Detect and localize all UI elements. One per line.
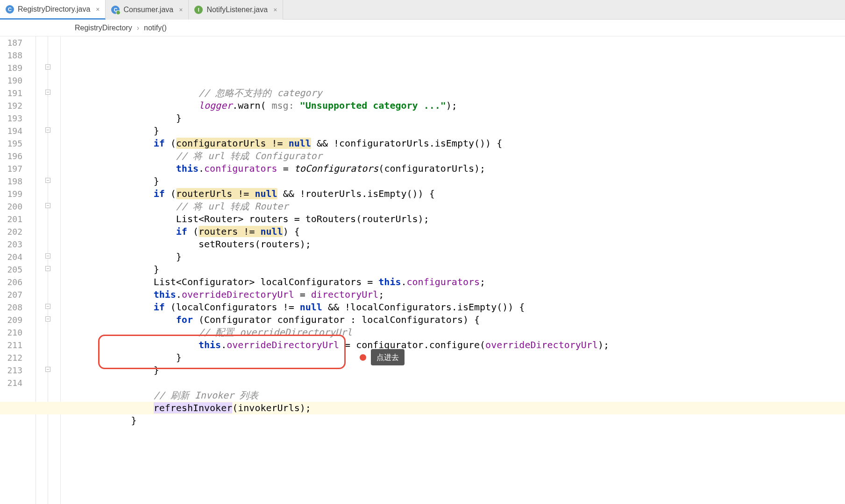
line-number[interactable]: 201: [0, 213, 22, 225]
code-line[interactable]: refreshInvoker(invokerUrls);: [0, 402, 845, 414]
line-number[interactable]: 212: [0, 351, 22, 364]
breadcrumb[interactable]: RegistryDirectory › notify(): [0, 20, 845, 36]
code-line[interactable]: // 将 url 转成 Configurator: [64, 150, 845, 162]
interface-icon: I: [194, 6, 203, 14]
line-number[interactable]: 211: [0, 339, 22, 351]
editor-tabs: C RegistryDirectory.java × C Consumer.ja…: [0, 0, 845, 20]
line-number[interactable]: 210: [0, 326, 22, 339]
code-area[interactable]: 点进去 // 忽略不支持的 category logger.warn( msg:…: [61, 36, 845, 504]
line-number[interactable]: 190: [0, 74, 22, 87]
code-line[interactable]: }: [64, 364, 845, 377]
line-number[interactable]: 198: [0, 175, 22, 188]
line-number[interactable]: 189: [0, 62, 22, 74]
line-number[interactable]: 195: [0, 137, 22, 150]
fold-toggle-icon[interactable]: −: [45, 266, 50, 271]
tab-notify-listener[interactable]: I NotifyListener.java ×: [189, 0, 283, 20]
code-line[interactable]: this.overrideDirectoryUrl = directoryUrl…: [64, 288, 845, 301]
close-icon[interactable]: ×: [96, 6, 99, 13]
line-number[interactable]: 193: [0, 112, 22, 125]
code-line[interactable]: this.configurators = toConfigurators(con…: [64, 162, 845, 175]
line-number[interactable]: 207: [0, 288, 22, 301]
code-line[interactable]: if (routerUrls != null && !routerUrls.is…: [64, 188, 845, 200]
line-number[interactable]: 213: [0, 364, 22, 377]
chevron-right-icon: ›: [137, 24, 139, 32]
code-line[interactable]: if (routers != null) {: [64, 225, 845, 238]
code-line[interactable]: // 刷新 Invoker 列表: [64, 389, 845, 402]
code-line[interactable]: [64, 377, 845, 389]
fold-toggle-icon[interactable]: −: [45, 253, 50, 259]
line-number[interactable]: 206: [0, 276, 22, 288]
fold-toggle-icon[interactable]: −: [45, 367, 50, 372]
line-number[interactable]: 200: [0, 200, 22, 213]
fold-toggle-icon[interactable]: −: [45, 316, 50, 322]
line-number[interactable]: 214: [0, 377, 22, 389]
class-icon: C: [111, 6, 120, 14]
code-line[interactable]: for (Configurator configurator : localCo…: [64, 314, 845, 326]
fold-toggle-icon[interactable]: −: [45, 64, 50, 70]
line-number[interactable]: 205: [0, 263, 22, 276]
line-number[interactable]: 194: [0, 125, 22, 137]
annotation-label: 点进去: [371, 349, 405, 365]
fold-toggle-icon[interactable]: −: [45, 127, 50, 133]
line-number[interactable]: 209: [0, 314, 22, 326]
code-line[interactable]: }: [64, 251, 845, 263]
fold-toggle-icon[interactable]: −: [45, 178, 50, 183]
code-line[interactable]: }: [64, 263, 845, 276]
tab-consumer[interactable]: C Consumer.java ×: [106, 0, 189, 20]
code-line[interactable]: // 将 url 转成 Router: [64, 200, 845, 213]
line-number-gutter[interactable]: 1871881891901911921931941951961971981992…: [0, 36, 27, 504]
fold-toggle-icon[interactable]: −: [45, 90, 50, 95]
code-line[interactable]: }: [64, 351, 845, 364]
line-number[interactable]: 202: [0, 225, 22, 238]
code-line[interactable]: // 配置 overrideDirectoryUrl: [64, 326, 845, 339]
line-number[interactable]: 192: [0, 99, 22, 112]
breadcrumb-class[interactable]: RegistryDirectory: [75, 24, 132, 32]
line-number[interactable]: 208: [0, 301, 22, 314]
tab-registry-directory[interactable]: C RegistryDirectory.java ×: [0, 0, 106, 20]
code-line[interactable]: }: [64, 112, 845, 125]
line-number[interactable]: 187: [0, 36, 22, 49]
line-number[interactable]: 203: [0, 238, 22, 251]
tab-label: NotifyListener.java: [206, 6, 268, 14]
code-line[interactable]: logger.warn( msg: "Unsupported category …: [64, 99, 845, 112]
close-icon[interactable]: ×: [179, 6, 183, 14]
annotation: 点进去: [360, 349, 405, 365]
code-line[interactable]: if (localConfigurators != null && !local…: [64, 301, 845, 314]
code-editor[interactable]: 1871881891901911921931941951961971981992…: [0, 36, 845, 504]
class-icon: C: [6, 5, 14, 14]
code-line[interactable]: }: [64, 125, 845, 137]
code-line[interactable]: if (configuratorUrls != null && !configu…: [64, 137, 845, 150]
code-line[interactable]: List<Router> routers = toRouters(routerU…: [64, 213, 845, 225]
line-number[interactable]: 191: [0, 87, 22, 99]
line-number[interactable]: 197: [0, 162, 22, 175]
code-line[interactable]: setRouters(routers);: [64, 238, 845, 251]
code-line[interactable]: [64, 427, 845, 440]
breadcrumb-method[interactable]: notify(): [144, 24, 167, 32]
code-line[interactable]: }: [64, 175, 845, 188]
code-line[interactable]: this.overrideDirectoryUrl = configurator…: [64, 339, 845, 351]
code-line[interactable]: }: [64, 414, 845, 427]
fold-toggle-icon[interactable]: −: [45, 203, 50, 208]
fold-toggle-icon[interactable]: −: [45, 304, 50, 309]
code-line[interactable]: List<Configurator> localConfigurators = …: [64, 276, 845, 288]
line-number[interactable]: 188: [0, 49, 22, 62]
line-number[interactable]: 196: [0, 150, 22, 162]
annotation-dot-icon: [360, 354, 366, 361]
tab-label: RegistryDirectory.java: [18, 5, 90, 14]
tab-label: Consumer.java: [123, 6, 173, 14]
fold-column[interactable]: − − − − − − − − − −: [27, 36, 61, 504]
close-icon[interactable]: ×: [273, 6, 277, 14]
code-line[interactable]: // 忽略不支持的 category: [64, 87, 845, 99]
line-number[interactable]: 199: [0, 188, 22, 200]
line-number[interactable]: 204: [0, 251, 22, 263]
